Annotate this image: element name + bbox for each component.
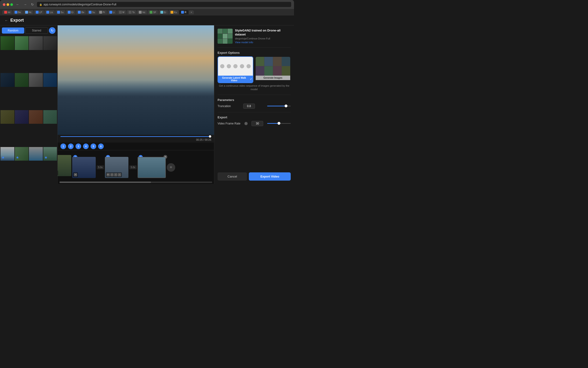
grid-image-3[interactable]: [29, 36, 43, 50]
edit-icon-5d[interactable]: /: [118, 173, 121, 176]
timeline-item-partial[interactable]: ✏: [58, 155, 71, 176]
back-nav-button[interactable]: ←: [15, 2, 20, 7]
random-tab-button[interactable]: Random: [2, 28, 24, 34]
back-button[interactable]: ←: [5, 18, 8, 22]
video-frame-rate-value[interactable]: 30: [251, 121, 263, 126]
left-panel: Random Starred ↻: [0, 25, 58, 184]
timeline-item-6[interactable]: 6 ✕: [138, 157, 166, 178]
grid-image-16[interactable]: ★: [43, 147, 57, 161]
keyframe-btn-6[interactable]: 6: [98, 144, 104, 149]
keyframe-btn-2[interactable]: 2: [68, 144, 74, 149]
export-options: Generate Latent Walk Video ✓: [218, 56, 291, 83]
tab-sf[interactable]: SF: [148, 10, 158, 14]
parameters-title: Parameters: [218, 98, 291, 102]
grid-image-7[interactable]: [29, 73, 43, 87]
tab-inl[interactable]: Inl: [2, 10, 12, 14]
tab-er1[interactable]: Er: [66, 10, 76, 14]
tab-m[interactable]: M: [117, 10, 126, 14]
grid-image-12[interactable]: [43, 110, 57, 124]
grid-image-10[interactable]: [15, 110, 29, 124]
tab-er2[interactable]: Er: [159, 10, 168, 14]
tab-ku[interactable]: Ku: [169, 10, 179, 14]
tab-su1[interactable]: Su: [55, 10, 65, 14]
keyframe-btn-1[interactable]: 1: [60, 144, 66, 149]
tab-r-active[interactable]: R: [179, 10, 188, 14]
tab-label: Pr: [103, 11, 105, 14]
frame-rate-slider-thumb[interactable]: [278, 122, 280, 125]
tab-label: M: [123, 11, 125, 14]
progress-thumb[interactable]: [209, 135, 211, 138]
grid-image-1[interactable]: [0, 36, 14, 50]
latent-walk-label: Generate Latent Walk Video ✓: [218, 76, 253, 83]
cancel-button[interactable]: Cancel: [218, 172, 247, 181]
close-dot[interactable]: [3, 3, 5, 6]
edit-icon-5c[interactable]: /: [114, 173, 117, 176]
keyframe-btn-3[interactable]: 3: [76, 144, 81, 149]
tab-hc[interactable]: Hc: [23, 10, 33, 14]
video-frame: [58, 25, 214, 135]
starred-tab-button[interactable]: Starred: [25, 27, 48, 34]
keyframe-btn-5[interactable]: 5: [91, 144, 96, 149]
model-thumbnail: [218, 29, 233, 44]
tab-label: LP: [39, 11, 42, 14]
grid-image-13[interactable]: ★: [0, 147, 14, 161]
reload-nav-button[interactable]: ↻: [30, 2, 35, 7]
model-info: StyleGAN2 trained on Drone-all dataset d…: [218, 29, 291, 44]
duration-between-4-5: 5.0s: [97, 165, 104, 169]
model-title: StyleGAN2 trained on Drone-all dataset: [235, 29, 291, 37]
middle-panel: 00:25 / 00:25 1 2 3 4 5 6: [58, 25, 214, 184]
tab-be1[interactable]: Be: [13, 10, 23, 14]
address-bar[interactable]: 🔒 app.runwayml.com/models/diegorioja/Con…: [37, 2, 291, 7]
view-model-link[interactable]: View model info: [235, 41, 253, 44]
tab-favicon: [171, 11, 173, 14]
tab-hic[interactable]: hic: [137, 10, 147, 14]
export-section: Export Video Frame Rate i 30: [218, 116, 291, 126]
timeline-item-4[interactable]: 4 ✏: [72, 157, 96, 178]
edit-icon-5b[interactable]: /: [110, 173, 114, 176]
timeline-item-5[interactable]: 5 ✏ / / /: [105, 157, 128, 178]
tab-label: SF: [153, 11, 156, 14]
tab-pr[interactable]: Pr: [97, 10, 107, 14]
truncation-value[interactable]: 0.8: [243, 104, 255, 109]
forward-nav-button[interactable]: →: [22, 2, 28, 7]
refresh-button[interactable]: ↻: [49, 27, 56, 34]
grid-image-5[interactable]: [0, 73, 14, 87]
grid-image-14[interactable]: ★: [15, 147, 29, 161]
grid-image-2[interactable]: [15, 36, 29, 50]
slider-thumb[interactable]: [285, 104, 287, 107]
frame-rate-slider-fill: [267, 123, 279, 124]
tab-favicon: [78, 11, 81, 14]
tab-lp1[interactable]: LP: [34, 10, 44, 14]
info-icon[interactable]: i: [244, 122, 248, 125]
add-timeline-item-button[interactable]: +: [167, 163, 175, 172]
tab-be2[interactable]: Be: [76, 10, 86, 14]
grid-image-4[interactable]: [43, 36, 57, 50]
tab-favicon: [36, 11, 39, 14]
edit-icon-5a[interactable]: ✏: [106, 173, 110, 176]
video-frame-rate-slider[interactable]: [267, 123, 291, 124]
export-option-latent-walk[interactable]: Generate Latent Walk Video ✓: [218, 56, 253, 83]
edit-icon-4[interactable]: ✏: [74, 173, 77, 176]
timeline-scrollbar[interactable]: [59, 182, 212, 183]
total-time: 00:25: [205, 138, 211, 141]
face-3: [233, 64, 238, 68]
progress-bar[interactable]: [60, 136, 211, 137]
maximize-dot[interactable]: [10, 3, 13, 6]
minimize-dot[interactable]: [7, 3, 9, 6]
export-video-button[interactable]: Export Video: [249, 172, 291, 181]
tab-to[interactable]: To: [127, 10, 137, 14]
grid-image-6[interactable]: [15, 73, 29, 87]
grid-image-8[interactable]: [43, 73, 57, 87]
tab-new[interactable]: +: [189, 10, 194, 14]
tab-lis[interactable]: Lis: [44, 10, 55, 14]
grid-image-15[interactable]: [29, 147, 43, 161]
tab-su2[interactable]: Su: [87, 10, 97, 14]
tab-li[interactable]: Li: [107, 10, 117, 14]
keyframe-btn-4[interactable]: 4: [83, 144, 89, 149]
export-option-images[interactable]: Generate Images: [255, 56, 291, 83]
face-5: [247, 64, 251, 68]
truncation-slider[interactable]: [267, 106, 291, 106]
grid-image-9[interactable]: [0, 110, 14, 124]
tab-label: +: [191, 11, 192, 14]
grid-image-11[interactable]: [29, 110, 43, 124]
